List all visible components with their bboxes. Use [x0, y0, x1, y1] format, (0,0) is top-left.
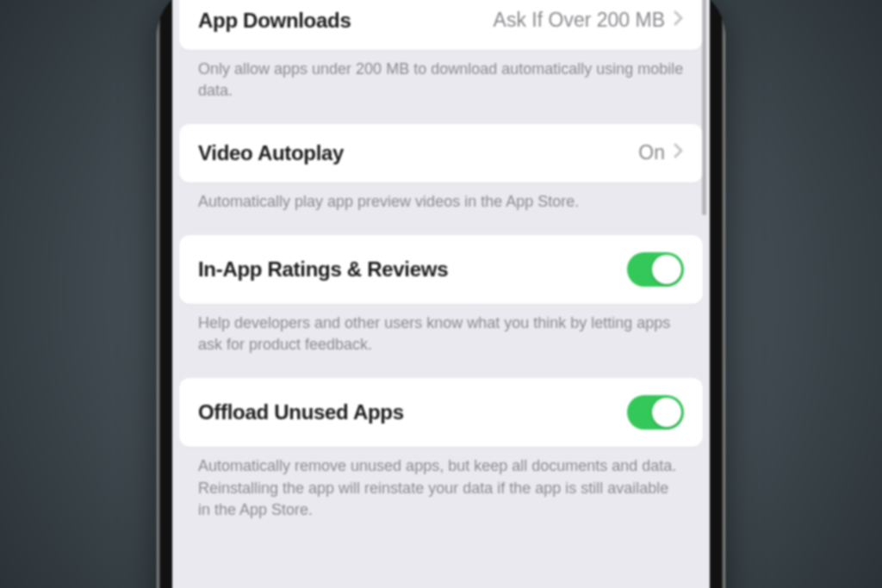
- in-app-ratings-footer: Help developers and other users know wha…: [179, 304, 703, 378]
- video-autoplay-label: Video Autoplay: [198, 141, 344, 165]
- app-downloads-value: Ask If Over 200 MB: [494, 9, 665, 32]
- video-autoplay-value-wrap: On: [638, 141, 684, 164]
- background: App Downloads Ask If Over 200 MB Only al…: [0, 0, 882, 588]
- settings-scroll[interactable]: App Downloads Ask If Over 200 MB Only al…: [172, 0, 710, 555]
- offload-unused-row: Offload Unused Apps: [179, 378, 703, 447]
- app-downloads-footer: Only allow apps under 200 MB to download…: [179, 50, 703, 124]
- video-autoplay-footer: Automatically play app preview videos in…: [179, 183, 703, 235]
- chevron-right-icon: [674, 10, 684, 30]
- app-downloads-row[interactable]: App Downloads Ask If Over 200 MB: [179, 0, 703, 50]
- in-app-ratings-row: In-App Ratings & Reviews: [179, 235, 703, 304]
- offload-unused-label: Offload Unused Apps: [198, 400, 404, 424]
- phone-frame: App Downloads Ask If Over 200 MB Only al…: [157, 0, 725, 588]
- app-downloads-value-wrap: Ask If Over 200 MB: [494, 9, 684, 32]
- video-autoplay-row[interactable]: Video Autoplay On: [179, 124, 703, 183]
- phone-rail-left: [157, 0, 160, 588]
- offload-unused-toggle[interactable]: [627, 395, 684, 430]
- scrollbar[interactable]: [702, 0, 706, 215]
- offload-unused-footer: Automatically remove unused apps, but ke…: [179, 447, 703, 555]
- toggle-knob: [652, 255, 681, 284]
- screen: App Downloads Ask If Over 200 MB Only al…: [172, 0, 710, 588]
- in-app-ratings-label: In-App Ratings & Reviews: [198, 257, 448, 282]
- toggle-knob: [652, 398, 681, 427]
- in-app-ratings-toggle[interactable]: [627, 252, 684, 287]
- app-downloads-label: App Downloads: [198, 9, 351, 33]
- video-autoplay-value: On: [638, 141, 665, 164]
- chevron-right-icon: [674, 143, 684, 163]
